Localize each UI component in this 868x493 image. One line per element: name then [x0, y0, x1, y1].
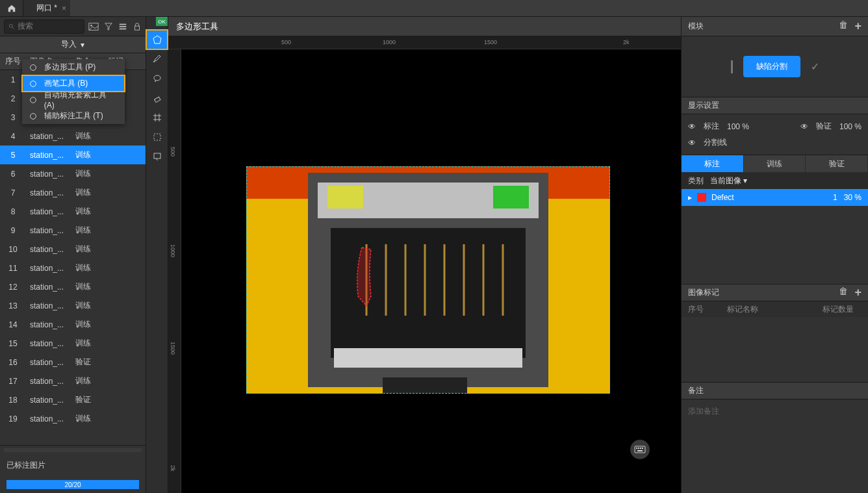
tab-train[interactable]: 训练 [744, 155, 806, 172]
tab-annotate[interactable]: 标注 [682, 155, 744, 172]
delete-marker-icon[interactable]: 🗑 [839, 286, 848, 299]
tool-grid[interactable] [146, 108, 168, 127]
menu-item-label: 画笔工具 (B) [44, 78, 88, 89]
td-seq: 19 [0, 414, 26, 423]
td-name: station_... [26, 320, 71, 329]
td-seq: 10 [0, 245, 26, 254]
tool-brush[interactable] [146, 49, 168, 69]
selection-box[interactable] [246, 166, 610, 394]
td-name: station_... [26, 396, 71, 405]
table-row[interactable]: 13station_...训练 [0, 296, 146, 315]
search-input[interactable]: 搜索 [4, 19, 84, 34]
td-set: 训练 [71, 300, 104, 311]
ruler-tick: 1500 [484, 39, 497, 45]
table-row[interactable]: 9station_...训练 [0, 221, 146, 240]
svg-rect-40 [637, 450, 643, 451]
add-module-icon[interactable]: + [854, 19, 862, 33]
svg-point-0 [9, 24, 12, 27]
expand-icon[interactable]: ▸ [688, 193, 692, 202]
td-seq: 13 [0, 301, 26, 310]
td-seq: 17 [0, 377, 26, 386]
table-row[interactable]: 10station_...训练 [0, 240, 146, 259]
menu-item-label: 辅助标注工具 (T) [44, 110, 103, 121]
table-row[interactable]: 19station_...训练 [0, 409, 146, 428]
menu-item-polygon[interactable]: 多边形工具 (P) [22, 59, 125, 75]
progress-bar: 20/20 [6, 480, 139, 489]
filter-icon[interactable] [104, 22, 113, 31]
svg-point-3 [90, 24, 92, 26]
table-row[interactable]: 11station_...训练 [0, 259, 146, 277]
svg-rect-39 [642, 448, 643, 449]
add-marker-icon[interactable]: + [854, 286, 862, 299]
keyboard-button[interactable] [630, 440, 650, 459]
remarks-input[interactable]: 添加备注 [682, 399, 868, 423]
canvas-area: 多边形工具 500100015002k 500100015002k [168, 17, 681, 493]
eye-icon[interactable]: 👁 [800, 122, 811, 131]
toolbar: OK [146, 17, 168, 493]
td-name: station_... [26, 377, 71, 386]
category-row-defect[interactable]: ▸ Defect 1 30 % [682, 189, 868, 206]
home-tab[interactable] [0, 0, 23, 16]
table-row[interactable]: 4station_...训练 [0, 127, 146, 145]
category-color-swatch[interactable] [697, 193, 706, 202]
delete-module-icon[interactable]: 🗑 [839, 19, 848, 33]
menu-item-label: 自动填充套索工具 (A) [44, 90, 118, 110]
td-set: 训练 [71, 168, 104, 179]
tool-lasso[interactable] [146, 69, 168, 88]
tool-crop[interactable] [146, 147, 168, 166]
gallery-icon[interactable] [88, 22, 99, 31]
file-tab[interactable]: 网口 * × [23, 0, 70, 16]
menu-item-lasso[interactable]: 自动填充套索工具 (A) [22, 92, 125, 108]
ruler-tick: 1500 [170, 342, 176, 355]
ruler-tick: 1000 [170, 244, 176, 257]
svg-rect-11 [154, 97, 160, 102]
table-row[interactable]: 6station_...训练 [0, 164, 146, 183]
td-seq: 8 [0, 207, 26, 216]
table-row[interactable]: 18station_...验证 [0, 390, 146, 409]
tool-select[interactable] [146, 127, 168, 147]
lock-icon[interactable] [133, 22, 142, 31]
table-row[interactable]: 5station_...训练 [0, 145, 146, 164]
check-icon[interactable]: ✓ [811, 60, 819, 73]
td-set: 训练 [71, 319, 104, 330]
module-chip[interactable]: 缺陷分割 [743, 56, 800, 77]
table-row[interactable]: 16station_...验证 [0, 353, 146, 372]
table-body[interactable]: 1station_...训练2station_...验证3station_...… [0, 70, 146, 445]
file-tab-label: 网口 * [36, 3, 57, 14]
menu-item-wand[interactable]: 辅助标注工具 (T) [22, 108, 125, 124]
vertical-ruler: 500100015002k [168, 49, 181, 493]
table-row[interactable]: 15station_...训练 [0, 334, 146, 353]
svg-rect-16 [154, 134, 160, 140]
table-row[interactable]: 14station_...训练 [0, 315, 146, 334]
tool-eraser[interactable] [146, 88, 168, 108]
category-name: Defect [711, 193, 828, 202]
table-row[interactable]: 17station_...训练 [0, 372, 146, 390]
markers-title: 图像标记 [688, 287, 719, 298]
td-name: station_... [26, 283, 71, 292]
td-set: 训练 [71, 206, 104, 217]
td-name: station_... [26, 264, 71, 273]
eye-icon[interactable]: 👁 [688, 122, 698, 131]
table-row[interactable]: 12station_...训练 [0, 277, 146, 296]
table-row[interactable]: 7station_...训练 [0, 183, 146, 202]
td-name: station_... [26, 207, 71, 216]
category-scope-dropdown[interactable]: 当前图像 ▾ [710, 175, 747, 186]
table-row[interactable]: 8station_...训练 [0, 202, 146, 221]
horizontal-ruler: 500100015002k [168, 36, 681, 49]
mk-col-seq: 序号 [688, 304, 727, 315]
td-name: station_... [26, 358, 71, 367]
module-chip-label: 缺陷分割 [756, 62, 787, 71]
td-seq: 18 [0, 396, 26, 405]
canvas-content[interactable]: 500100015002k [168, 49, 681, 493]
close-tab-icon[interactable]: × [62, 4, 66, 13]
td-name: station_... [26, 226, 71, 235]
list-icon[interactable] [118, 22, 127, 31]
td-set: 验证 [71, 357, 104, 368]
td-set: 训练 [71, 413, 104, 424]
tab-validate[interactable]: 验证 [806, 155, 868, 172]
ruler-tick: 500 [170, 147, 176, 157]
keyboard-icon [634, 446, 646, 453]
import-button[interactable]: 导入 ▾ [0, 36, 146, 53]
tool-polygon[interactable] [146, 30, 168, 49]
eye-icon[interactable]: 👁 [688, 138, 698, 147]
